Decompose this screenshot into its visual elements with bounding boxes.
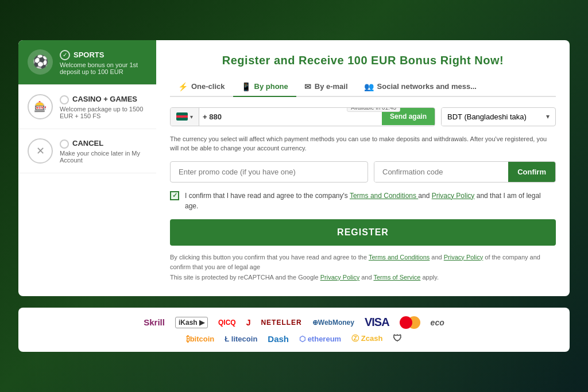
right-panel: Register and Receive 100 EUR Bonus Right… xyxy=(156,40,570,297)
footer-tos-link[interactable]: Terms of Service xyxy=(373,274,420,281)
cancel-desc: Make your choice later in My Account xyxy=(60,150,147,164)
tab-social[interactable]: 👥 Social networks and mess... xyxy=(356,77,485,97)
currency-note: The currency you select will affect whic… xyxy=(170,134,556,153)
webmoney-logo: ⊕WebMoney xyxy=(312,319,354,327)
footer-note: By clicking this button you confirm that… xyxy=(170,253,556,283)
tab-byphone[interactable]: 📱 By phone xyxy=(233,77,296,97)
ikash-logo: iKash ▶ xyxy=(175,317,208,328)
casino-icon: 🎰 xyxy=(34,100,47,113)
casino-radio xyxy=(60,95,69,104)
payment-row-2: ₿bitcoin Ł litecoin Dash ⬡ ethereum Ⓩ Zc… xyxy=(30,333,558,344)
neteller-logo: NETELLER xyxy=(261,319,301,327)
tab-byemail[interactable]: ✉ By e-mail xyxy=(296,77,356,97)
register-title: Register and Receive 100 EUR Bonus Right… xyxy=(170,54,556,67)
terms-and: and xyxy=(418,192,431,200)
dialog-wrapper: ⚽ SPORTS Welcome bonus on your 1st depos… xyxy=(18,40,570,297)
cancel-option[interactable]: ✕ CANCEL Make your choice later in My Ac… xyxy=(18,129,156,173)
dash-logo: Dash xyxy=(268,334,289,344)
footer-and: and xyxy=(431,254,443,261)
tab-byemail-label: By e-mail xyxy=(315,82,348,91)
footer-and2: and xyxy=(361,274,373,281)
cancel-icon-circle: ✕ xyxy=(28,138,53,164)
sports-check-icon xyxy=(60,50,70,60)
visa-logo: VISA xyxy=(365,316,389,329)
confirm-button[interactable]: Confirm xyxy=(508,162,555,182)
bitcoin-logo: ₿bitcoin xyxy=(186,335,215,343)
phone-input-wrapper: ▾ + 880 Available in 01:43 Send again xyxy=(170,107,435,126)
cancel-x-icon: ✕ xyxy=(36,145,45,157)
left-panel: ⚽ SPORTS Welcome bonus on your 1st depos… xyxy=(18,40,156,297)
footer-recaptcha: This site is protected by reCAPTCHA and … xyxy=(170,274,320,281)
cancel-title: CANCEL xyxy=(72,139,103,148)
timer-badge: Available in 01:43 xyxy=(347,107,400,112)
tab-byphone-label: By phone xyxy=(254,82,288,91)
casino-option[interactable]: 🎰 CASINO + GAMES Welcome package up to 1… xyxy=(18,85,156,129)
terms-link-1[interactable]: Terms and Conditions xyxy=(350,192,418,200)
footer-privacy-link[interactable]: Privacy Policy xyxy=(444,254,483,261)
promo-input[interactable] xyxy=(170,161,368,183)
main-container: ⚽ SPORTS Welcome bonus on your 1st depos… xyxy=(0,0,588,392)
casino-title: CASINO + GAMES xyxy=(72,95,137,103)
qicq-logo: QICQ xyxy=(218,319,236,327)
skrill-logo: Skrill xyxy=(144,317,165,327)
confirm-wrapper: Confirm xyxy=(374,161,556,183)
zcash-logo: Ⓩ Zcash xyxy=(351,333,382,344)
phone-icon: 📱 xyxy=(241,82,251,91)
footer-terms-link[interactable]: Terms and Conditions xyxy=(369,254,430,261)
terms-prefix: I confirm that I have read and agree to … xyxy=(185,192,348,200)
sports-icon-circle: ⚽ xyxy=(28,49,53,75)
footer-apply: apply. xyxy=(422,274,439,281)
litecoin-logo: Ł litecoin xyxy=(225,335,257,343)
oneclick-icon: ⚡ xyxy=(178,82,188,91)
shield-logo: 🛡 xyxy=(393,333,402,344)
payment-row-1: Skrill iKash ▶ QICQ J NETELLER ⊕WebMoney… xyxy=(30,316,558,329)
confirmation-code-input[interactable] xyxy=(374,162,508,182)
phone-row: ▾ + 880 Available in 01:43 Send again BD… xyxy=(170,107,556,126)
register-button[interactable]: REGISTER xyxy=(170,219,556,246)
social-icon: 👥 xyxy=(364,82,374,91)
casino-icon-circle: 🎰 xyxy=(28,94,53,119)
cancel-radio xyxy=(60,139,69,149)
payment-panel: Skrill iKash ▶ QICQ J NETELLER ⊕WebMoney… xyxy=(18,302,570,352)
sports-option[interactable]: ⚽ SPORTS Welcome bonus on your 1st depos… xyxy=(18,40,156,85)
country-code: + 880 xyxy=(199,108,225,126)
tabs-row: ⚡ One-click 📱 By phone ✉ By e-mail 👥 Soc… xyxy=(170,77,556,97)
payment-logos-container: Skrill iKash ▶ QICQ J NETELLER ⊕WebMoney… xyxy=(18,308,570,352)
flag-selector[interactable]: ▾ xyxy=(171,108,199,126)
footer-line1: By clicking this button you confirm that… xyxy=(170,254,369,261)
currency-select-wrapper: BDT (Bangladeshi taka) ▾ xyxy=(441,107,556,126)
j-logo: J xyxy=(246,318,251,327)
tab-social-label: Social networks and mess... xyxy=(377,82,477,91)
sports-desc: Welcome bonus on your 1st deposit up to … xyxy=(60,61,147,75)
bangladesh-flag xyxy=(176,112,188,121)
ethereum-logo: ⬡ ethereum xyxy=(299,335,341,343)
sports-ball-icon: ⚽ xyxy=(33,55,48,69)
footer-google-privacy-link[interactable]: Privacy Policy xyxy=(320,274,359,281)
eco-logo: eco xyxy=(431,318,444,327)
terms-text: I confirm that I have read and agree to … xyxy=(185,191,556,211)
tab-oneclick-label: One-click xyxy=(191,82,225,91)
terms-row: I confirm that I have read and agree to … xyxy=(170,191,556,211)
inputs-row: Confirm xyxy=(170,161,556,183)
sports-title: SPORTS xyxy=(74,51,104,59)
mastercard-logo xyxy=(400,316,420,329)
terms-checkbox[interactable] xyxy=(170,191,179,200)
privacy-link-1[interactable]: Privacy Policy xyxy=(432,192,475,200)
currency-select[interactable]: BDT (Bangladeshi taka) xyxy=(442,108,540,126)
tab-oneclick[interactable]: ⚡ One-click xyxy=(170,77,233,97)
casino-desc: Welcome package up to 1500 EUR + 150 FS xyxy=(60,106,147,119)
chevron-down-icon: ▾ xyxy=(540,108,555,125)
email-icon: ✉ xyxy=(304,82,311,91)
chevron-down-icon: ▾ xyxy=(190,114,193,120)
